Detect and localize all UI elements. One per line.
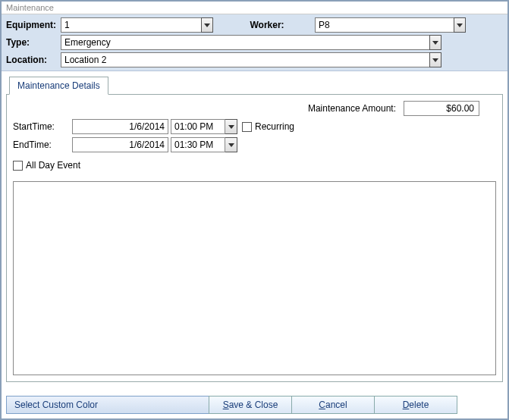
delete-button[interactable]: Delete (374, 396, 457, 414)
chevron-down-icon (204, 24, 210, 27)
svg-marker-2 (432, 41, 438, 45)
amount-row: Maintenance Amount: $60.00 (13, 101, 496, 116)
location-input[interactable] (61, 52, 429, 67)
location-label: Location: (6, 55, 61, 65)
start-time-label: StartTime: (13, 121, 72, 132)
svg-marker-4 (228, 125, 234, 129)
start-time-input[interactable] (171, 119, 225, 134)
svg-marker-5 (228, 143, 234, 147)
location-dropdown-button[interactable] (429, 52, 441, 67)
all-day-checkbox[interactable] (13, 161, 23, 171)
chevron-down-icon (432, 41, 438, 45)
end-date-input[interactable] (72, 137, 168, 152)
cancel-button[interactable]: Cancel (291, 396, 375, 414)
start-time-combo[interactable] (171, 119, 237, 134)
chevron-down-icon (457, 24, 463, 27)
end-time-input[interactable] (171, 137, 225, 152)
svg-marker-3 (432, 58, 438, 62)
start-date-input[interactable] (72, 119, 168, 134)
recurring-label: Recurring (255, 121, 294, 132)
chevron-down-icon (228, 125, 234, 129)
amount-value[interactable]: $60.00 (404, 101, 479, 116)
chevron-down-icon (228, 143, 234, 147)
tab-strip: Maintenance Details (6, 76, 503, 94)
all-day-label: All Day Event (26, 160, 80, 171)
worker-combo[interactable] (315, 17, 466, 33)
recurring-checkbox[interactable] (242, 122, 252, 132)
worker-dropdown-button[interactable] (454, 17, 466, 33)
end-time-dropdown-button[interactable] (225, 137, 237, 152)
equipment-label: Equipment: (6, 20, 61, 30)
maintenance-window: Maintenance Equipment: Worker: Type: (0, 0, 509, 420)
svg-marker-1 (457, 24, 463, 27)
header-band: Equipment: Worker: Type: (2, 14, 507, 71)
worker-label: Worker: (239, 20, 295, 30)
location-combo[interactable] (61, 52, 441, 67)
start-time-dropdown-button[interactable] (225, 119, 237, 134)
start-time-row: StartTime: Recurring (13, 119, 496, 134)
save-close-button[interactable]: Save & Close (209, 396, 292, 414)
recurring-checkbox-row[interactable]: Recurring (242, 121, 294, 132)
tab-area: Maintenance Details Maintenance Amount: … (6, 76, 503, 382)
svg-marker-0 (204, 24, 210, 27)
end-time-row: EndTime: (13, 137, 496, 152)
all-day-checkbox-row[interactable]: All Day Event (13, 160, 80, 171)
window-title: Maintenance (2, 2, 507, 14)
type-dropdown-button[interactable] (429, 35, 441, 50)
type-combo[interactable] (61, 35, 441, 50)
notes-textarea[interactable] (13, 181, 496, 375)
tab-maintenance-details[interactable]: Maintenance Details (9, 77, 108, 95)
equipment-input[interactable] (61, 17, 201, 33)
type-input[interactable] (61, 35, 429, 50)
worker-input[interactable] (315, 17, 454, 33)
tab-body: Maintenance Amount: $60.00 StartTime: Re… (6, 94, 503, 382)
end-time-combo[interactable] (171, 137, 237, 152)
end-time-label: EndTime: (13, 139, 72, 150)
button-bar: Select Custom Color Save & Close Cancel … (6, 396, 503, 414)
amount-label: Maintenance Amount: (308, 103, 396, 114)
select-custom-color-button[interactable]: Select Custom Color (6, 396, 209, 414)
equipment-dropdown-button[interactable] (201, 17, 213, 33)
chevron-down-icon (432, 58, 438, 62)
type-label: Type: (6, 37, 61, 48)
equipment-combo[interactable] (61, 17, 213, 33)
